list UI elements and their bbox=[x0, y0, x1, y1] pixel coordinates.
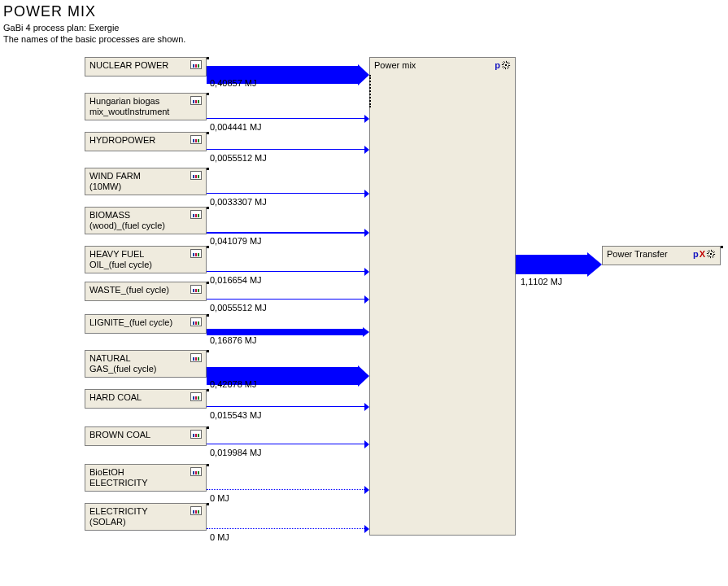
port-dot bbox=[207, 207, 209, 209]
input-box[interactable]: BROWN COAL bbox=[85, 426, 207, 446]
flow-arrow bbox=[207, 147, 369, 152]
flow-value: 0,019984 MJ bbox=[210, 448, 262, 457]
burst-icon bbox=[502, 61, 511, 70]
flow-arrow bbox=[207, 329, 369, 335]
flow-value: 0,0033307 MJ bbox=[210, 197, 267, 207]
port-dot bbox=[207, 93, 209, 95]
port-dot bbox=[207, 464, 209, 466]
chart-icon bbox=[190, 467, 202, 476]
port-dot bbox=[207, 350, 209, 352]
input-box[interactable]: LIGNITE_(fuel cycle) bbox=[85, 314, 207, 334]
flow-arrow bbox=[207, 297, 369, 302]
input-box-label: Hungarian biogas mix_woutInstrument bbox=[89, 96, 172, 119]
page-subtitle-2: The names of the basic processes are sho… bbox=[3, 33, 725, 45]
flow-value: 0,0055512 MJ bbox=[210, 303, 267, 313]
flow-value: 0,0055512 MJ bbox=[210, 153, 267, 163]
input-box-label: HEAVY FUEL OIL_(fuel cycle) bbox=[89, 249, 155, 272]
flow-value: 0 MJ bbox=[210, 532, 229, 542]
input-box-label: LIGNITE_(fuel cycle) bbox=[89, 317, 176, 329]
chart-icon bbox=[190, 317, 202, 326]
port-dot bbox=[207, 246, 209, 248]
output-box-power-transfer[interactable]: Power Transfer p X bbox=[602, 246, 721, 265]
flow-arrow bbox=[207, 488, 369, 492]
flow-arrow bbox=[207, 191, 369, 196]
input-box-label: BROWN COAL bbox=[89, 430, 154, 441]
flow-value: 0,004441 MJ bbox=[210, 122, 262, 132]
input-box-label: HYDROPOWER bbox=[89, 135, 159, 146]
input-box[interactable]: NUCLEAR POWER bbox=[85, 57, 207, 77]
input-box[interactable]: NATURAL GAS_(fuel cycle) bbox=[85, 350, 207, 378]
port-dot bbox=[207, 57, 209, 59]
burst-icon bbox=[707, 250, 716, 259]
output-arrow bbox=[516, 252, 602, 277]
chart-icon bbox=[190, 135, 202, 144]
port-dot bbox=[207, 314, 209, 317]
flow-arrow bbox=[207, 116, 369, 121]
output-value: 1,1102 MJ bbox=[521, 277, 562, 286]
vertical-connector bbox=[369, 75, 371, 107]
flow-value: 0,016654 MJ bbox=[210, 275, 262, 285]
port-dot bbox=[207, 168, 209, 170]
input-box[interactable]: HYDROPOWER bbox=[85, 132, 207, 151]
chart-icon bbox=[190, 96, 202, 105]
input-box-label: NATURAL GAS_(fuel cycle) bbox=[89, 353, 160, 376]
central-box-power-mix[interactable]: Power mix p bbox=[369, 57, 516, 536]
input-box-label: WASTE_(fuel cycle) bbox=[89, 285, 172, 296]
chart-icon bbox=[190, 430, 202, 439]
input-box[interactable]: Hungarian biogas mix_woutInstrument bbox=[85, 93, 207, 120]
flow-arrow bbox=[207, 527, 369, 531]
input-box-label: BIOMASS (wood)_(fuel cycle) bbox=[89, 210, 168, 233]
chart-icon bbox=[190, 506, 202, 515]
input-box-label: HARD COAL bbox=[89, 392, 145, 404]
port-dot bbox=[207, 503, 209, 505]
input-box-label: BioEtOH ELECTRICITY bbox=[89, 467, 151, 490]
page-title: POWER MIX bbox=[3, 3, 725, 20]
p-icon: p bbox=[693, 249, 699, 260]
input-box-label: ELECTRICITY (SOLAR) bbox=[89, 506, 151, 529]
flow-arrow bbox=[207, 230, 369, 235]
central-box-label: Power mix bbox=[374, 60, 419, 72]
port-dot bbox=[207, 389, 209, 391]
chart-icon bbox=[190, 285, 202, 294]
input-box[interactable]: BIOMASS (wood)_(fuel cycle) bbox=[85, 207, 207, 234]
input-box-label: WIND FARM (10MW) bbox=[89, 171, 144, 194]
chart-icon bbox=[190, 171, 202, 180]
chart-icon bbox=[190, 392, 202, 401]
port-dot bbox=[207, 132, 209, 134]
diagram-canvas: Power mix p NUCLEAR POWER 0,40857 MJ Hun… bbox=[3, 50, 725, 586]
input-box[interactable]: BioEtOH ELECTRICITY bbox=[85, 464, 207, 492]
chart-icon bbox=[190, 60, 202, 69]
input-box-label: NUCLEAR POWER bbox=[89, 60, 172, 72]
x-icon: X bbox=[700, 249, 705, 260]
flow-value: 0,40857 MJ bbox=[210, 78, 256, 88]
port-dot bbox=[207, 282, 209, 284]
input-box[interactable]: WASTE_(fuel cycle) bbox=[85, 282, 207, 301]
flow-arrow bbox=[207, 442, 369, 447]
port-dot bbox=[207, 426, 209, 429]
flow-value: 0,015543 MJ bbox=[210, 410, 262, 420]
input-box[interactable]: WIND FARM (10MW) bbox=[85, 168, 207, 195]
output-box-label: Power Transfer bbox=[607, 249, 671, 260]
page-subtitle-1: GaBi 4 process plan: Exergie bbox=[3, 22, 725, 33]
input-box[interactable]: ELECTRICITY (SOLAR) bbox=[85, 503, 207, 531]
input-box[interactable]: HARD COAL bbox=[85, 389, 207, 409]
chart-icon bbox=[190, 353, 202, 362]
flow-value: 0 MJ bbox=[210, 493, 229, 503]
port-dot bbox=[721, 246, 723, 248]
flow-arrow bbox=[207, 405, 369, 409]
flow-value: 0,041079 MJ bbox=[210, 236, 262, 246]
flow-arrow bbox=[207, 269, 369, 274]
chart-icon bbox=[190, 210, 202, 219]
flow-value: 0,16876 MJ bbox=[210, 335, 256, 345]
flow-value: 0,42078 MJ bbox=[210, 379, 256, 389]
chart-icon bbox=[190, 249, 202, 258]
input-box[interactable]: HEAVY FUEL OIL_(fuel cycle) bbox=[85, 246, 207, 273]
p-icon: p bbox=[495, 60, 500, 72]
